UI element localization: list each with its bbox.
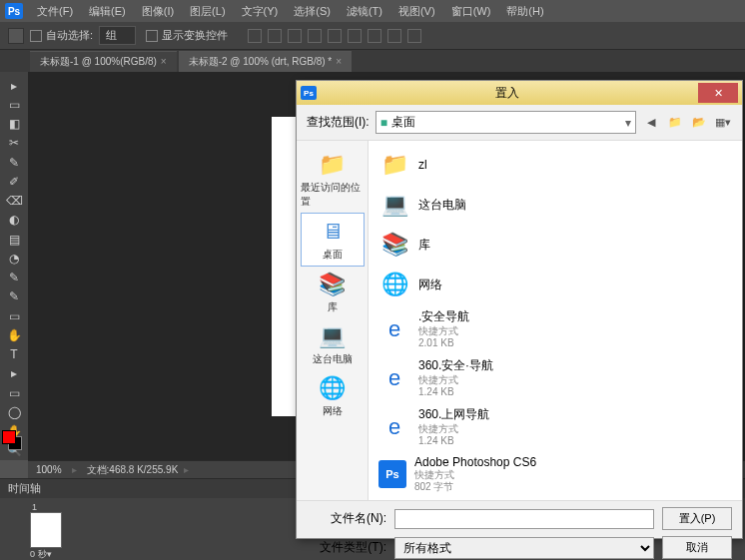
dodge-tool[interactable]: ◔ <box>3 249 25 268</box>
desktop-icon: ■ <box>380 116 387 130</box>
document-tab[interactable]: 未标题-1 @ 100%(RGB/8) × <box>30 51 177 72</box>
align-icon[interactable] <box>387 29 401 43</box>
new-folder-icon[interactable]: 📂 <box>690 114 708 132</box>
file-name: 这台电脑 <box>418 197 466 214</box>
up-icon[interactable]: 📁 <box>666 114 684 132</box>
back-icon[interactable]: ◀ <box>642 114 660 132</box>
dialog-close-button[interactable]: ✕ <box>698 83 738 103</box>
lasso-tool[interactable]: ◧ <box>3 115 25 134</box>
menu-image[interactable]: 图像(I) <box>134 1 182 22</box>
tab-close-icon[interactable]: × <box>336 56 342 67</box>
file-size: 1.24 KB <box>418 435 489 447</box>
menu-layer[interactable]: 图层(L) <box>182 1 233 22</box>
menu-help[interactable]: 帮助(H) <box>498 1 551 22</box>
align-icon[interactable] <box>288 29 302 43</box>
align-icon[interactable] <box>407 29 421 43</box>
zoom-level[interactable]: 100% <box>36 464 62 475</box>
align-icon[interactable] <box>248 29 262 43</box>
place-desktop[interactable]: 🖥 桌面 <box>301 213 365 267</box>
desktop-icon: 🖥 <box>317 218 349 246</box>
lookin-value: 桌面 <box>391 114 415 131</box>
view-menu-icon[interactable]: ▦▾ <box>714 114 732 132</box>
menu-file[interactable]: 文件(F) <box>29 1 81 22</box>
file-list[interactable]: 📁 zl 💻 这台电脑 📚 库 🌐 网络 e .安全导航 快捷方式 2.0 <box>369 141 742 500</box>
place-computer[interactable]: 💻 这台电脑 <box>301 318 365 370</box>
file-meta: 快捷方式 <box>418 423 489 435</box>
menu-view[interactable]: 视图(V) <box>390 1 443 22</box>
cancel-button[interactable]: 取消 <box>662 536 732 559</box>
menu-filter[interactable]: 滤镜(T) <box>339 1 390 22</box>
path-tool[interactable]: ✋ <box>3 325 25 344</box>
dialog-footer: 文件名(N): 置入(P) 文件类型(T): 所有格式 取消 <box>297 500 742 560</box>
file-item-network[interactable]: 🌐 网络 <box>372 265 738 304</box>
dialog-titlebar[interactable]: Ps 置入 ✕ <box>297 81 742 105</box>
timeline-frame[interactable] <box>30 512 62 548</box>
ie-icon: e <box>378 362 410 394</box>
pencil-tool[interactable]: ✎ <box>3 287 25 306</box>
file-item-shortcut[interactable]: Ps Adobe Photoshop CS6 快捷方式 802 字节 <box>372 451 738 497</box>
ellipse-tool[interactable]: ◯ <box>3 402 25 421</box>
shape-tool[interactable]: ▭ <box>3 306 25 325</box>
file-name: zl <box>418 158 427 172</box>
ie-icon: e <box>378 411 410 443</box>
file-item-libraries[interactable]: 📚 库 <box>372 225 738 265</box>
eraser-tool[interactable]: ◐ <box>3 211 25 230</box>
ie-icon: e <box>378 313 410 345</box>
place-recent[interactable]: 📁 最近访问的位置 <box>301 147 365 213</box>
align-icon[interactable] <box>368 29 381 43</box>
align-icon[interactable] <box>308 29 322 43</box>
dialog-title: 置入 <box>317 85 698 102</box>
menu-type[interactable]: 文字(Y) <box>234 1 287 22</box>
tab-close-icon[interactable]: × <box>161 56 167 67</box>
file-item-shortcut[interactable]: e 360.上网导航 快捷方式 1.24 KB <box>372 402 738 451</box>
align-icon[interactable] <box>328 29 342 43</box>
place-button[interactable]: 置入(P) <box>662 507 732 530</box>
auto-select-checkbox[interactable] <box>30 30 42 42</box>
menu-window[interactable]: 窗口(W) <box>443 1 499 22</box>
computer-icon: 💻 <box>317 322 349 350</box>
menu-select[interactable]: 选择(S) <box>286 1 339 22</box>
rectangle-tool[interactable]: ▭ <box>3 383 25 402</box>
file-name: Adobe Photoshop CS6 <box>414 455 536 469</box>
network-icon: 🌐 <box>378 269 410 300</box>
gradient-tool[interactable]: ▤ <box>3 230 25 249</box>
place-dialog: Ps 置入 ✕ 查找范围(I): ■ 桌面 ▾ ◀ 📁 📂 ▦▾ 📁 最近访问的… <box>296 80 743 539</box>
file-item-computer[interactable]: 💻 这台电脑 <box>372 185 738 225</box>
stamp-tool[interactable]: ⌫ <box>3 192 25 211</box>
align-icon[interactable] <box>268 29 282 43</box>
document-tab[interactable]: 未标题-2 @ 100% (drt, RGB/8) * × <box>179 51 352 72</box>
direct-select-tool[interactable]: ▸ <box>3 364 25 383</box>
file-item-shortcut[interactable]: e 360.安全·导航 快捷方式 1.24 KB <box>372 353 738 402</box>
move-tool-icon[interactable] <box>8 28 24 44</box>
file-item-shortcut[interactable]: ↔ Bandizip 快捷方式 <box>372 497 738 500</box>
auto-select-label: 自动选择: <box>46 28 93 43</box>
frame-duration[interactable]: 0 秒▾ <box>30 548 66 560</box>
document-size: 文档:468.8 K/255.9K <box>87 463 179 477</box>
align-icon[interactable] <box>348 29 362 43</box>
tab-label: 未标题-2 @ 100% (drt, RGB/8) * <box>189 55 333 69</box>
eyedropper-tool[interactable]: ✎ <box>3 153 25 172</box>
file-item-shortcut[interactable]: e .安全导航 快捷方式 2.01 KB <box>372 304 738 353</box>
place-network[interactable]: 🌐 网络 <box>301 370 365 422</box>
pen-tool[interactable]: ✎ <box>3 269 25 287</box>
place-libraries[interactable]: 📚 库 <box>301 267 365 318</box>
filetype-select[interactable]: 所有格式 <box>394 537 654 559</box>
crop-tool[interactable]: ✂ <box>3 134 25 153</box>
app-logo: Ps <box>5 3 23 19</box>
marquee-tool[interactable]: ▭ <box>3 95 25 114</box>
file-size: 802 字节 <box>414 481 536 493</box>
type-tool[interactable]: T <box>3 345 25 364</box>
auto-select-dropdown[interactable]: 组 <box>99 26 136 45</box>
brush-tool[interactable]: ✐ <box>3 172 25 191</box>
file-item-folder[interactable]: 📁 zl <box>372 145 738 185</box>
show-transform-checkbox[interactable] <box>146 30 158 42</box>
align-icons <box>248 29 421 43</box>
dialog-toolbar: 查找范围(I): ■ 桌面 ▾ ◀ 📁 📂 ▦▾ <box>297 105 742 141</box>
filename-input[interactable] <box>394 509 654 529</box>
libraries-icon: 📚 <box>378 229 410 261</box>
lookin-dropdown[interactable]: ■ 桌面 ▾ <box>375 111 636 134</box>
foreground-color-swatch[interactable] <box>2 430 16 444</box>
menu-edit[interactable]: 编辑(E) <box>81 1 134 22</box>
libraries-icon: 📚 <box>317 271 349 298</box>
move-tool[interactable]: ▸ <box>3 76 25 95</box>
